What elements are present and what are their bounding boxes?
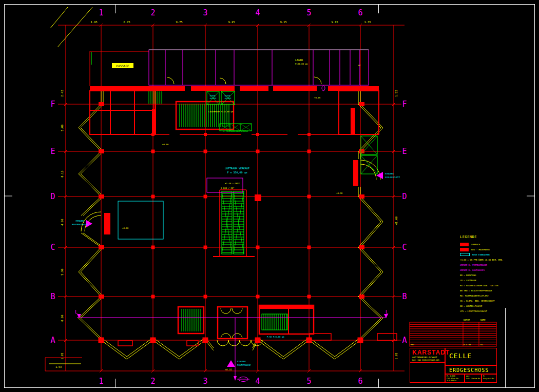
annotation-text: F = 350,00 qm xyxy=(227,171,247,174)
legend-item: HK = KLIMA- BZW. HEIZSCHACHT xyxy=(460,298,521,303)
legend-swatch xyxy=(460,248,469,251)
grid-row-label: F xyxy=(402,100,407,109)
plan-no-value: 1L3-0001a xyxy=(447,380,456,382)
m-label: M. xyxy=(483,375,485,377)
project-city: CELLE xyxy=(445,348,497,365)
legend-item: AB = ABSTELLFLÄCHE xyxy=(460,303,521,308)
annotation-text: +1.40 = OKFF xyxy=(225,182,240,185)
annotation-text: L xyxy=(75,309,78,315)
dim-label: 4.06 xyxy=(61,219,64,225)
dim-label: 2.42 xyxy=(61,90,64,96)
title-block: KARSTADT AKTIENGESELLSCHAFT BAU- UND EIN… xyxy=(410,348,497,383)
legend-item: NEU - MAUERWERK xyxy=(460,247,521,252)
legend-label: NEU - MAUERWERK xyxy=(471,248,490,251)
grid-row-label: A xyxy=(50,336,55,345)
grid-col-label: 4 xyxy=(255,8,260,17)
dim-label: 1.05 xyxy=(395,352,398,359)
rev-table-header: NAME xyxy=(480,319,486,321)
grid-row-label: B xyxy=(50,292,55,301)
rev-table-cell: Rev. xyxy=(411,343,416,346)
grid-col-label: 2 xyxy=(150,8,155,17)
legend-title: LEGENDE xyxy=(460,235,521,239)
grid-row-label: C xyxy=(402,243,407,252)
arb-label: Arb.-Datum-Nr. xyxy=(466,378,482,380)
legend-item: GRENZE D. KAUFHAUSES xyxy=(460,267,521,272)
revision-table xyxy=(410,322,496,346)
annotation-text: PASSAGE xyxy=(116,64,129,68)
grid-col-label: 1 xyxy=(99,8,103,17)
grid-row-label: A xyxy=(402,336,407,345)
legend-item: LPS = LICHTPAUSSCHACHT xyxy=(460,308,521,313)
annotation-text: ±0.00 xyxy=(122,227,129,229)
annotation-text: P.SK F=5.00 qm xyxy=(267,336,284,338)
legend-item: +4.00 = OK FFB ÜBER ±0.00 BEZ. ERD. xyxy=(460,257,521,262)
grid-row-label: E xyxy=(402,147,407,156)
annotation-text: WC xyxy=(358,64,361,67)
legend-label: ABBRUCH xyxy=(471,243,480,246)
grid-col-label: 5 xyxy=(306,8,311,17)
grid-row-label: D xyxy=(402,192,407,201)
logo-empty-cell xyxy=(410,362,445,383)
legend-item: NEUE EINBAUTEN xyxy=(460,252,521,257)
scale-value: M. 1:100 xyxy=(447,375,455,377)
annotation-text: S 800 / 30° xyxy=(221,187,235,189)
dim-label: 1.05 xyxy=(61,352,64,359)
grid-row-label: F xyxy=(50,100,55,109)
annotation-text: +0.15 xyxy=(225,368,232,371)
rev-table-header: DATUM xyxy=(464,319,470,321)
annotation-text: WAREN- xyxy=(225,95,232,97)
legend-label: NEUE EINBAUTEN xyxy=(472,253,490,256)
annotation-text: LUFTRAUM VERKAUF xyxy=(225,167,249,170)
legend-item: BR = BRÜSTUNG xyxy=(460,272,521,278)
dim-label: 5.90 xyxy=(61,268,64,275)
legend-swatch xyxy=(460,253,470,256)
legend-label: BR TRH = FLUCHTTREPPENHAUS xyxy=(460,289,492,292)
company-subtitle2: BAU- UND EINRICHTUNGS-ABT. xyxy=(412,359,445,362)
grid-col-label: 4 xyxy=(255,377,260,386)
dim-label: 1.35 xyxy=(364,21,371,24)
rev-table-cell: BZ. xyxy=(480,343,484,346)
grid-row-label: E xyxy=(50,147,55,156)
annotation-text: POSTSTRASSE xyxy=(237,364,251,366)
grid-col-label: 6 xyxy=(358,377,362,386)
legend-label: BR = BRÜSTUNG xyxy=(460,274,476,277)
annotation-text: ±0.00 xyxy=(162,143,169,146)
grid-col-label: 3 xyxy=(203,377,207,386)
legend-label: LPS = LICHTPAUSSCHACHT xyxy=(460,310,487,312)
legend-label: RD: FAHRRADABSTELLPLATZ xyxy=(460,295,488,297)
magenta-elements xyxy=(77,50,388,382)
annotation-text: LAGERRAUM F=33.00 qm xyxy=(208,110,234,113)
drawing-title: ERDGESCHOSS xyxy=(445,365,497,374)
grid-col-label: 1 xyxy=(99,377,103,386)
legend-label: +4.00 = OK FFB ÜBER ±0.00 BEZ. ERD. xyxy=(460,259,503,261)
projekt-label: Projekt-Nr. xyxy=(483,378,495,380)
legend-item: GRENZE D. FREMDGEBÄUDE xyxy=(460,262,521,267)
dim-label: 41.00 xyxy=(395,217,398,225)
legend-label: GRENZE D. FREMDGEBÄUDE xyxy=(460,264,487,266)
grid-row-label: D xyxy=(50,192,55,201)
legend-item: ABBRUCH xyxy=(460,242,521,247)
annotation-text: F=90.00 qm xyxy=(295,63,308,65)
legend-label: LR = LUFTRAUM xyxy=(460,279,476,282)
dim-label: 1.95 xyxy=(90,21,97,24)
cyan-elements xyxy=(118,201,163,239)
rev-table-cell: 6.4.98 xyxy=(464,343,471,346)
annotation-text: WAREN- xyxy=(210,95,217,97)
dim-label: 9.25 xyxy=(228,21,235,24)
company-cell: KARSTADT AKTIENGESELLSCHAFT BAU- UND EIN… xyxy=(410,348,445,362)
grid-col-label: 5 xyxy=(306,377,311,386)
annotation-text: EINGANG xyxy=(237,360,246,363)
annotation-text: 3 PERSONENAUFZUEGE xyxy=(223,130,248,132)
grid-col-label: 6 xyxy=(358,8,362,17)
plan-no-label: CAD-Plan-Nr. xyxy=(447,378,459,380)
legend-label: HK = KLIMA- BZW. HEIZSCHACHT xyxy=(460,300,494,302)
company-name: KARSTADT xyxy=(412,349,445,356)
grid-col-label: 2 xyxy=(150,377,155,386)
dim-label: 8.80 xyxy=(61,315,64,321)
dim-label: 9.75 xyxy=(176,21,182,24)
annotation-text: SCHLOSSPLATZ xyxy=(385,176,400,179)
annotation-text: EINGANG xyxy=(385,172,394,175)
gez-label: gez. xyxy=(466,375,470,377)
dim-label: 5.80 xyxy=(61,124,64,131)
legend-item: RA = REGENFALLROHR BZW. -LEITER xyxy=(460,283,521,288)
